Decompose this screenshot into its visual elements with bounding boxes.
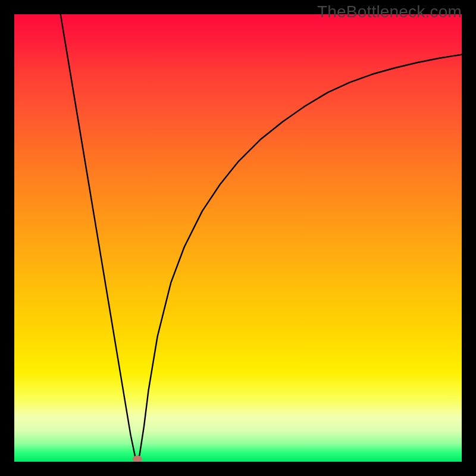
watermark-text: TheBottleneck.com — [317, 2, 462, 21]
bottleneck-curve — [59, 14, 462, 459]
chart-svg-layer — [14, 14, 462, 462]
optimum-point-marker — [133, 455, 142, 462]
chart-container: TheBottleneck.com — [0, 0, 476, 476]
